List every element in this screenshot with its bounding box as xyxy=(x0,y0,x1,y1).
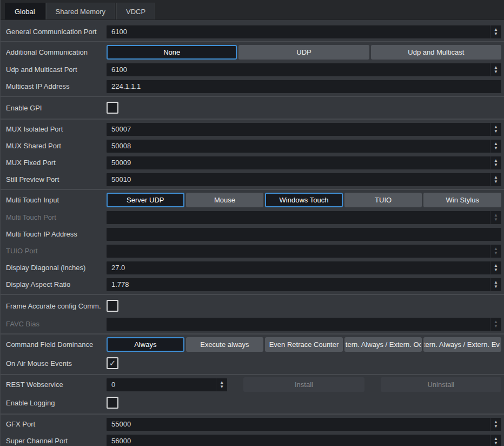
display-aspect-ratio-spinner[interactable]: ▲ ▼ xyxy=(107,278,501,291)
command-field-dominance-option-even-retrace-counter[interactable]: Even Retrace Counter xyxy=(265,337,343,352)
rest-webservice-input[interactable] xyxy=(107,378,216,391)
spinner-down-icon: ▼ xyxy=(494,251,498,255)
spinner-down-icon[interactable]: ▼ xyxy=(494,146,498,150)
gfx-port-spinner[interactable]: ▲ ▼ xyxy=(107,418,501,431)
super-channel-port-input[interactable] xyxy=(107,435,490,446)
field-label: FAVC Bias xyxy=(6,320,107,328)
mux-fixed-port-input[interactable] xyxy=(107,156,490,169)
spinner-down-icon[interactable]: ▼ xyxy=(494,424,498,429)
field-label: Super Channel Port xyxy=(6,437,107,445)
on-air-mouse-events-checkbox[interactable]: ✓ xyxy=(107,357,118,369)
display-diagonal-input[interactable] xyxy=(107,261,490,274)
display-diagonal-spinner[interactable]: ▲ ▼ xyxy=(107,261,501,274)
udp-and-multicast-port-spinner[interactable]: ▲ ▼ xyxy=(107,63,501,76)
row-mux-fixed-port: MUX Fixed Port ▲ ▼ xyxy=(1,154,504,171)
row-rest-webservice: REST Webservice ▲ ▼ Install Uninstall xyxy=(1,376,504,393)
tab-shared-memory[interactable]: Shared Memory xyxy=(46,3,115,19)
spinner-down-icon[interactable]: ▼ xyxy=(494,129,498,134)
still-preview-port-input[interactable] xyxy=(107,173,490,186)
row-additional-communication: Additional Communication None UDP Udp an… xyxy=(1,43,504,61)
tuio-port-spinner: ▲ ▼ xyxy=(107,245,501,258)
spinner-buttons: ▲ ▼ xyxy=(490,211,501,224)
spinner-buttons[interactable]: ▲ ▼ xyxy=(490,435,501,446)
super-channel-port-spinner[interactable]: ▲ ▼ xyxy=(107,435,501,446)
field-label: Frame Accurate config Comm. xyxy=(6,302,107,310)
field-label: Display Diagonal (inches) xyxy=(6,264,107,272)
spinner-buttons[interactable]: ▲ ▼ xyxy=(490,418,501,431)
multi-touch-ip-address-field[interactable] xyxy=(107,228,501,241)
still-preview-port-spinner[interactable]: ▲ ▼ xyxy=(107,173,501,186)
mux-isolated-port-input[interactable] xyxy=(107,123,490,136)
multi-touch-ip-address-input[interactable] xyxy=(107,228,501,241)
uninstall-button[interactable]: Uninstall xyxy=(381,377,501,392)
field-label: MUX Isolated Port xyxy=(6,125,107,133)
frame-accurate-config-comm-checkbox[interactable] xyxy=(107,300,118,312)
command-field-dominance-option-always[interactable]: Always xyxy=(107,337,184,352)
enable-logging-checkbox[interactable] xyxy=(107,397,118,409)
rest-webservice-spinner[interactable]: ▲ ▼ xyxy=(107,378,227,391)
command-field-dominance-option-execute-always[interactable]: Execute always xyxy=(186,337,264,352)
additional-communication-option-none[interactable]: None xyxy=(107,45,237,60)
spinner-buttons[interactable]: ▲ ▼ xyxy=(490,173,501,186)
multi-touch-input-option-mouse[interactable]: Mouse xyxy=(186,193,264,207)
row-multi-touch-input: Multi Touch Input Server UDP Mouse Windo… xyxy=(1,191,504,209)
row-udp-and-multicast-port: Udp and Multicast Port ▲ ▼ xyxy=(1,61,504,78)
spinner-buttons[interactable]: ▲ ▼ xyxy=(490,63,501,76)
spinner-buttons[interactable]: ▲ ▼ xyxy=(490,156,501,169)
multicast-ip-address-field[interactable] xyxy=(107,80,501,93)
spinner-buttons[interactable]: ▲ ▼ xyxy=(216,378,227,391)
spinner-down-icon[interactable]: ▼ xyxy=(220,385,224,389)
command-field-dominance-option-intern-always-extern-odd[interactable]: Intern. Always / Extern. Odd xyxy=(344,337,422,352)
command-field-dominance-option-intern-always-extern-even[interactable]: Intern. Always / Extern. Even xyxy=(423,337,501,352)
row-display-diagonal: Display Diagonal (inches) ▲ ▼ xyxy=(1,259,504,276)
row-mux-isolated-port: MUX Isolated Port ▲ ▼ xyxy=(1,121,504,137)
enable-gpi-checkbox[interactable] xyxy=(107,102,118,114)
multi-touch-input-option-server-udp[interactable]: Server UDP xyxy=(107,193,184,207)
multi-touch-input-option-tuio[interactable]: TUIO xyxy=(344,193,422,207)
mux-shared-port-spinner[interactable]: ▲ ▼ xyxy=(107,140,501,153)
field-label: TUIO Port xyxy=(6,247,107,255)
spinner-down-icon[interactable]: ▼ xyxy=(494,163,498,167)
multi-touch-port-spinner: ▲ ▼ xyxy=(107,211,501,224)
tuio-port-input xyxy=(107,245,490,258)
additional-communication-option-udp[interactable]: UDP xyxy=(238,45,369,60)
field-label: Command Field Dominance xyxy=(6,340,107,349)
row-multicast-ip-address: Multicast IP Address xyxy=(1,78,504,95)
mux-isolated-port-spinner[interactable]: ▲ ▼ xyxy=(107,123,501,136)
row-multi-touch-port: Multi Touch Port ▲ ▼ xyxy=(1,209,504,226)
field-label: REST Webservice xyxy=(6,381,107,389)
section-divider xyxy=(1,41,504,42)
udp-and-multicast-port-input[interactable] xyxy=(107,63,490,76)
multi-touch-port-input xyxy=(107,211,490,224)
spinner-down-icon: ▼ xyxy=(494,218,498,222)
multi-touch-input-option-win-stylus[interactable]: Win Stylus xyxy=(423,193,501,207)
spinner-down-icon[interactable]: ▼ xyxy=(494,70,498,74)
spinner-buttons[interactable]: ▲ ▼ xyxy=(490,123,501,136)
tab-vdcp[interactable]: VDCP xyxy=(116,3,155,19)
spinner-buttons[interactable]: ▲ ▼ xyxy=(490,25,501,38)
general-communication-port-spinner[interactable]: ▲ ▼ xyxy=(107,25,501,38)
multicast-ip-address-input[interactable] xyxy=(107,80,501,93)
spinner-down-icon[interactable]: ▼ xyxy=(494,32,498,36)
spinner-down-icon[interactable]: ▼ xyxy=(494,268,498,272)
spinner-down-icon[interactable]: ▼ xyxy=(494,285,498,289)
additional-communication-option-udp-and-multicast[interactable]: Udp and Multicast xyxy=(371,45,501,60)
mux-fixed-port-spinner[interactable]: ▲ ▼ xyxy=(107,156,501,169)
install-button[interactable]: Install xyxy=(243,377,364,392)
spinner-buttons[interactable]: ▲ ▼ xyxy=(490,278,501,291)
row-command-field-dominance: Command Field Dominance Always Execute a… xyxy=(1,336,504,353)
field-label: Display Aspect Ratio xyxy=(6,280,107,288)
row-favc-bias: FAVC Bias ▲ ▼ xyxy=(1,316,504,332)
tab-global[interactable]: Global xyxy=(5,3,45,19)
gfx-port-input[interactable] xyxy=(107,418,490,431)
row-tuio-port: TUIO Port ▲ ▼ xyxy=(1,242,504,259)
spinner-buttons[interactable]: ▲ ▼ xyxy=(490,261,501,274)
spinner-down-icon[interactable]: ▼ xyxy=(494,441,498,445)
field-label: Multicast IP Address xyxy=(6,82,107,90)
multi-touch-input-option-windows-touch[interactable]: Windows Touch xyxy=(265,193,343,207)
spinner-down-icon[interactable]: ▼ xyxy=(494,180,498,184)
general-communication-port-input[interactable] xyxy=(107,25,490,38)
display-aspect-ratio-input[interactable] xyxy=(107,278,490,291)
mux-shared-port-input[interactable] xyxy=(107,140,490,153)
spinner-buttons[interactable]: ▲ ▼ xyxy=(490,140,501,153)
